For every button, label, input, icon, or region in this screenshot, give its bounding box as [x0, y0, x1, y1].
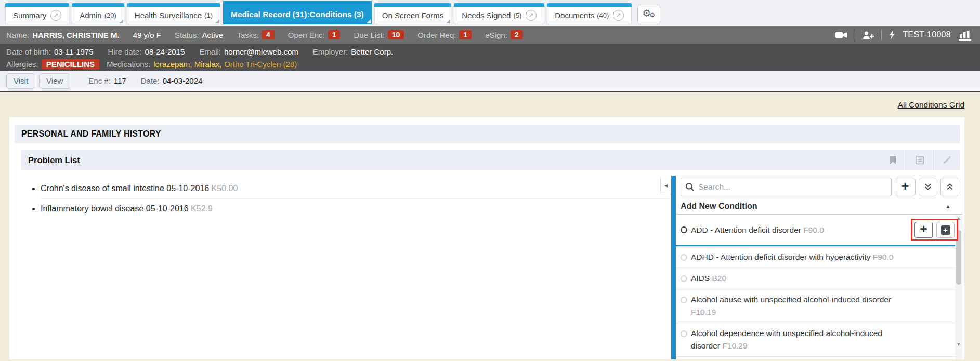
condition-name: AIDS: [691, 274, 710, 283]
section-header: PERSONAL AND FAMILY HISTORY: [15, 125, 960, 143]
open-enc-count-badge[interactable]: 1: [328, 30, 341, 39]
grid-link-row: All Conditions Grid: [0, 92, 980, 117]
expand-all-button[interactable]: [919, 178, 937, 196]
problem-list: Crohn's disease of small intestine 05-10…: [41, 179, 670, 219]
condition-name: ADD - Attention deficit disorder: [691, 225, 801, 234]
due-list-label: Due List:: [354, 31, 384, 39]
condition-item[interactable]: AIDS B20: [676, 268, 955, 289]
tab-needs-signed[interactable]: Needs Signed (5) ↗: [454, 3, 544, 24]
condition-code: F10.29: [722, 341, 747, 350]
collapse-panel-button[interactable]: ◂: [660, 177, 671, 194]
tab-label: Needs Signed: [462, 11, 511, 20]
tab-label: Summary: [13, 11, 46, 20]
divider: [855, 30, 855, 40]
radio-circle-icon: [681, 275, 687, 282]
medication-link-secondary[interactable]: Ortho Tri-Cyclen (28): [224, 60, 297, 69]
external-link-icon[interactable]: ↗: [613, 10, 624, 21]
dob-value: 03-11-1975: [54, 47, 94, 56]
divider: [881, 30, 882, 40]
dropdown-fold-icon: [215, 19, 219, 23]
add-new-condition-title: Add New Condition: [681, 202, 757, 211]
name-label: Name:: [6, 31, 29, 39]
bar-chart-icon[interactable]: [958, 30, 972, 41]
tab-count: (5): [513, 11, 521, 19]
lightning-icon[interactable]: [889, 30, 895, 39]
condition-name: Alcohol dependence with unspecified alco…: [691, 329, 882, 350]
book-icon[interactable]: [906, 150, 933, 170]
panel-accent-bar: [671, 176, 676, 359]
dob-label: Date of birth:: [6, 47, 51, 56]
add-condition-panel: ◂ +: [660, 176, 962, 359]
chevron-left-icon: ◂: [664, 182, 668, 189]
tasks-label: Tasks:: [237, 31, 259, 39]
tab-on-screen-forms[interactable]: On Screen Forms: [374, 3, 451, 24]
all-conditions-grid-link[interactable]: All Conditions Grid: [898, 100, 964, 110]
hire-date-value: 08-24-2015: [145, 47, 185, 56]
bookmark-icon[interactable]: [880, 150, 906, 170]
condition-search-input[interactable]: [681, 178, 892, 196]
order-req-count-badge[interactable]: 1: [459, 30, 472, 39]
chart-id: TEST-10008: [903, 30, 951, 39]
email-label: Email:: [199, 47, 221, 56]
collapse-section-icon[interactable]: ▲: [945, 203, 951, 209]
tab-bar: Summary ↗ Admin (20) Health Surveillance…: [0, 0, 980, 26]
enc-date-value: 04-03-2024: [163, 76, 203, 85]
condition-item[interactable]: Alzheimers disease F02.80: [676, 356, 955, 359]
visit-button[interactable]: Visit: [6, 73, 35, 89]
tab-count: (40): [597, 11, 609, 19]
annotation-highlight: + +: [911, 219, 958, 241]
external-link-icon[interactable]: ↗: [526, 10, 537, 21]
add-user-icon[interactable]: [863, 31, 874, 39]
encounter-toolbar: Visit View Enc #: 117 Date: 04-03-2024: [0, 71, 980, 92]
due-list-count-badge[interactable]: 10: [388, 30, 404, 39]
tab-documents[interactable]: Documents (40) ↗: [547, 3, 632, 24]
open-enc-label: Open Enc:: [288, 31, 325, 39]
medications-links[interactable]: lorazepam, Miralax,: [153, 60, 221, 69]
add-with-details-button[interactable]: +: [936, 222, 955, 238]
radio-circle-icon: [681, 297, 687, 303]
add-condition-button[interactable]: +: [895, 178, 916, 196]
condition-item-selected[interactable]: ADD - Attention deficit disorder F90.0 +…: [676, 215, 955, 246]
condition-code: B20: [712, 274, 727, 283]
problem-item[interactable]: Inflammatory bowel disease 05-10-2016 K5…: [41, 198, 670, 219]
add-new-condition-header: Add New Condition ▲: [676, 198, 962, 215]
video-camera-icon[interactable]: [835, 31, 847, 39]
quick-add-button[interactable]: +: [914, 222, 933, 238]
view-button[interactable]: View: [39, 73, 70, 89]
scrollbar-down-arrow[interactable]: ▼: [955, 342, 962, 347]
tab-label: Documents: [555, 11, 594, 20]
condition-list-wrap: ADD - Attention deficit disorder F90.0 +…: [676, 215, 962, 359]
condition-item[interactable]: Alcohol dependence with unspecified alco…: [676, 323, 955, 356]
settings-gear-button[interactable]: ⚙ ⚙: [637, 5, 660, 24]
condition-item[interactable]: ADHD - Attention deficit disorder with h…: [676, 246, 955, 268]
problem-list-header: Problem List: [21, 150, 960, 170]
tab-label: Health Surveillance: [135, 11, 202, 20]
tasks-count-badge[interactable]: 4: [262, 30, 275, 39]
tab-summary[interactable]: Summary ↗: [5, 3, 69, 24]
collapse-all-button[interactable]: [940, 178, 959, 196]
tab-admin[interactable]: Admin (20): [72, 3, 124, 24]
tab-health-surveillance[interactable]: Health Surveillance (1): [127, 3, 220, 24]
condition-code: F90.0: [873, 252, 894, 261]
problem-code: K52.9: [191, 204, 213, 213]
external-link-icon[interactable]: ↗: [50, 10, 61, 21]
tab-medical-record-conditions[interactable]: Medical Record (31):Conditions (3): [223, 1, 372, 24]
medications-label: Medications:: [107, 60, 150, 69]
tab-count: (20): [104, 11, 116, 19]
esign-count-badge[interactable]: 2: [511, 30, 523, 39]
problem-list-actions: [880, 150, 960, 170]
condition-item[interactable]: Alcohol abuse with unspecified alcohol-i…: [676, 289, 955, 323]
edit-pencil-icon[interactable]: [933, 150, 960, 170]
problem-item[interactable]: Crohn's disease of small intestine 05-10…: [41, 179, 670, 198]
enc-date-label: Date:: [141, 76, 160, 85]
tab-label: On Screen Forms: [382, 11, 443, 20]
patient-demographics-bar: Date of birth: 03-11-1975 Hire date: 08-…: [0, 44, 980, 71]
search-box: [681, 178, 892, 196]
hire-date-label: Hire date:: [108, 47, 142, 56]
status-label: Status:: [175, 31, 199, 39]
dropdown-fold-icon: [446, 19, 450, 23]
problem-text: Crohn's disease of small intestine 05-10…: [41, 184, 209, 193]
panel-search-row: +: [676, 176, 962, 198]
allergy-badge[interactable]: PENICILLINS: [42, 59, 99, 69]
patient-summary-bar: Name: HARRIS, CHRISTINE M. 49 y/o F Stat…: [0, 26, 980, 44]
